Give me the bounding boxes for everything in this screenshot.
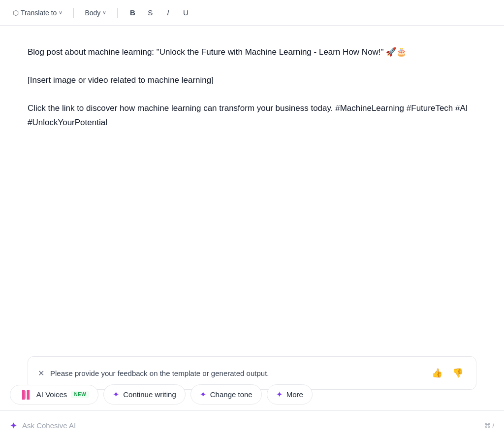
ask-ai-bar: ✦ Ask Cohesive AI ⌘ / (0, 410, 504, 440)
translate-icon: ⬡ (13, 9, 19, 17)
ai-voices-label: AI Voices (36, 390, 67, 399)
waveform-icon: ▐|▌ (19, 390, 32, 399)
content-paragraph-3[interactable]: Click the link to discover how machine l… (28, 102, 476, 130)
sparkle-icon-3: ✦ (276, 390, 283, 399)
thumbs-down-icon: 👎 (452, 368, 463, 378)
continue-writing-label: Continue writing (123, 390, 176, 399)
ai-voices-button[interactable]: ▐|▌ AI Voices NEW (10, 385, 98, 405)
bold-button[interactable]: B (126, 6, 139, 20)
close-icon[interactable]: ✕ (38, 369, 44, 378)
sparkle-icon-1: ✦ (113, 390, 119, 399)
toolbar: ⬡ Translate to ∨ Body ∨ B S I U (0, 0, 504, 26)
cmd-shortcut: ⌘ / (484, 422, 494, 429)
change-tone-button[interactable]: ✦ Change tone (190, 384, 262, 405)
bottom-toolbar: ▐|▌ AI Voices NEW ✦ Continue writing ✦ C… (0, 378, 504, 410)
content-paragraph-1[interactable]: Blog post about machine learning: "Unloc… (28, 45, 476, 60)
ask-ai-left: ✦ Ask Cohesive AI (10, 420, 76, 431)
shortcut-text: ⌘ / (484, 422, 494, 429)
content-area: Blog post about machine learning: "Unloc… (0, 26, 504, 346)
sparkle-icon-2: ✦ (200, 390, 206, 399)
content-block-3: Click the link to discover how machine l… (28, 102, 476, 130)
continue-writing-button[interactable]: ✦ Continue writing (103, 384, 186, 405)
toolbar-divider (73, 8, 74, 18)
italic-button[interactable]: I (161, 6, 175, 20)
more-label: More (286, 390, 303, 399)
change-tone-label: Change tone (210, 390, 252, 399)
new-badge: NEW (71, 391, 89, 398)
more-button[interactable]: ✦ More (267, 384, 313, 405)
toolbar-divider-2 (117, 8, 118, 18)
thumbs-up-icon: 👍 (432, 368, 442, 378)
body-label: Body (85, 9, 100, 17)
body-chevron-icon: ∨ (102, 9, 106, 16)
translate-chevron-icon: ∨ (59, 9, 63, 16)
ask-ai-placeholder[interactable]: Ask Cohesive AI (22, 421, 76, 430)
strikethrough-button[interactable]: S (143, 6, 157, 20)
translate-label: Translate to (21, 9, 57, 17)
body-style-button[interactable]: Body ∨ (82, 7, 109, 19)
content-block-2: [Insert image or video related to machin… (28, 73, 476, 88)
ask-ai-sparkle-icon: ✦ (10, 420, 17, 431)
feedback-text: Please provide your feedback on the temp… (50, 369, 423, 377)
underline-button[interactable]: U (179, 6, 192, 20)
content-paragraph-2[interactable]: [Insert image or video related to machin… (28, 73, 476, 88)
translate-to-button[interactable]: ⬡ Translate to ∨ (10, 7, 65, 19)
content-block-1: Blog post about machine learning: "Unloc… (28, 45, 476, 60)
